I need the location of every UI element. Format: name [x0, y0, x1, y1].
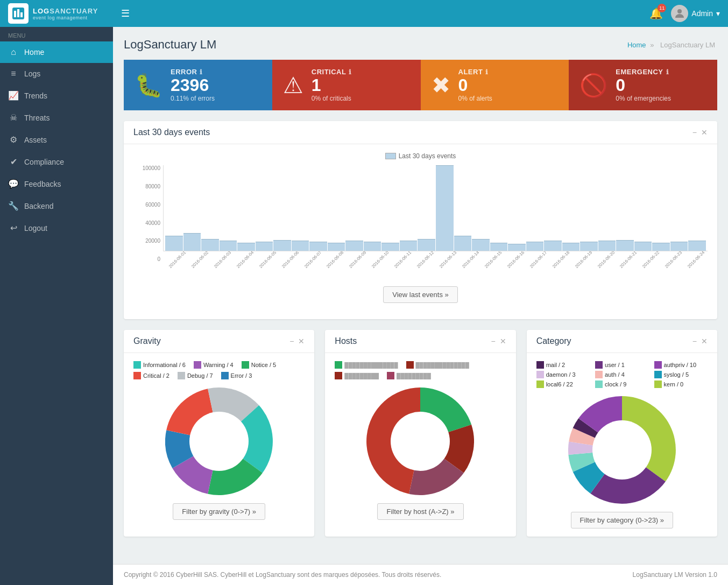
- sidebar-item-label: Compliance: [24, 158, 64, 166]
- hosts-filter-button[interactable]: Filter by host (A->Z) »: [377, 503, 463, 520]
- sidebar-item-home[interactable]: ⌂ Home: [0, 41, 113, 63]
- alert-card-info: ALERT ℹ 0 0% of alerts: [458, 68, 559, 102]
- sidebar-item-trends[interactable]: 📈 Trends: [0, 84, 113, 107]
- chart-wrapper: 0 20000 40000 60000 80000 100000 2016-06…: [133, 165, 708, 278]
- category-filter-btn-container: Filter by category (0->23) »: [536, 512, 708, 528]
- gravity-filter-btn-container: Filter by gravity (0->7) »: [133, 503, 305, 520]
- legend-item-host3: █████████: [335, 372, 379, 379]
- gravity-panel: Gravity − ✕ Informational / 6 Warning / …: [124, 330, 314, 537]
- page-title: LogSanctuary LM: [124, 38, 216, 52]
- sidebar-item-feedbacks[interactable]: 💬 Feedbacks: [0, 173, 113, 195]
- trends-icon: 📈: [8, 90, 19, 101]
- minimize-button[interactable]: −: [692, 128, 697, 137]
- bar-23: [580, 242, 598, 251]
- sidebar-item-compliance[interactable]: ✔ Compliance: [0, 151, 113, 173]
- legend-color-warning: [194, 361, 201, 369]
- gravity-legend: Informational / 6 Warning / 4 Notice / 5…: [133, 361, 305, 379]
- category-filter-button[interactable]: Filter by category (0->23) »: [571, 512, 673, 528]
- stat-card-error[interactable]: 🐛 ERROR ℹ 2396 0.11% of errors: [124, 60, 272, 110]
- legend-color-auth: [595, 371, 603, 378]
- bar-3: [220, 241, 237, 251]
- critical-card-value: 1: [312, 76, 410, 95]
- sidebar-item-label: Backend: [24, 202, 53, 210]
- sidebar-item-label: Threats: [24, 114, 50, 122]
- gravity-minimize-button[interactable]: −: [289, 337, 294, 346]
- gravity-panel-title: Gravity: [133, 336, 161, 346]
- hosts-minimize-button[interactable]: −: [491, 337, 495, 346]
- bar-chart: [163, 165, 708, 251]
- dropdown-arrow: ▾: [716, 9, 720, 18]
- close-button[interactable]: ✕: [701, 128, 708, 137]
- sidebar-item-backend[interactable]: 🔧 Backend: [0, 195, 113, 217]
- view-events-button[interactable]: View last events »: [383, 286, 458, 303]
- panel-controls: − ✕: [692, 128, 708, 137]
- bar-21: [544, 241, 562, 251]
- backend-icon: 🔧: [8, 201, 19, 211]
- category-panel-body: mail / 2 user / 1 authpriv / 10 daemon /…: [527, 353, 717, 537]
- feedbacks-icon: 💬: [8, 179, 19, 189]
- stat-card-alert[interactable]: ✖ ALERT ℹ 0 0% of alerts: [421, 60, 569, 110]
- bar-6: [273, 240, 291, 251]
- legend-label: Last 30 days events: [399, 152, 456, 160]
- sidebar: Menu ⌂ Home ≡ Logs 📈 Trends ☠ Threats ⚙ …: [0, 27, 113, 585]
- bar-11: [364, 242, 381, 251]
- svg-point-7: [592, 420, 652, 480]
- svg-rect-2: [17, 9, 19, 17]
- sidebar-item-logs[interactable]: ≡ Logs: [0, 63, 113, 84]
- user-menu[interactable]: Admin ▾: [671, 5, 720, 22]
- bar-17: [472, 239, 490, 251]
- sidebar-item-label: Feedbacks: [24, 180, 61, 188]
- error-icon: 🐛: [135, 72, 162, 98]
- notifications-bell[interactable]: 🔔 11: [649, 7, 663, 20]
- events-panel: Last 30 days events − ✕ Last 30 days eve…: [124, 121, 717, 319]
- hosts-close-button[interactable]: ✕: [500, 337, 506, 346]
- gravity-close-button[interactable]: ✕: [298, 337, 305, 346]
- avatar: [671, 5, 688, 22]
- breadcrumb-links: Home » LogSanctuary LM: [627, 41, 717, 49]
- sidebar-item-threats[interactable]: ☠ Threats: [0, 107, 113, 129]
- bar-18: [490, 243, 508, 251]
- bar-14: [418, 239, 435, 251]
- footer-copyright: Copyright © 2016 CyberHill SAS. CyberHil…: [124, 571, 441, 579]
- sidebar-item-logout[interactable]: ↩ Logout: [0, 217, 113, 239]
- legend-item-auth: auth / 4: [595, 371, 648, 378]
- notifications-badge: 11: [658, 4, 666, 12]
- legend-color-debug: [178, 372, 185, 379]
- sidebar-item-assets[interactable]: ⚙ Assets: [0, 129, 113, 151]
- sidebar-item-label: Logs: [24, 69, 40, 78]
- gravity-panel-controls: − ✕: [289, 337, 305, 346]
- error-card-sub: 0.11% of errors: [171, 95, 261, 102]
- bar-12: [381, 243, 399, 251]
- bar-16: [454, 236, 472, 251]
- hamburger-button[interactable]: ☰: [121, 8, 130, 19]
- footer-version: LogSanctuary LM Version 1.0: [633, 571, 717, 579]
- hosts-panel-body: ██████████████ ██████████████ █████████ …: [325, 353, 515, 528]
- bar-4: [237, 243, 255, 251]
- category-minimize-button[interactable]: −: [692, 337, 697, 346]
- bar-20: [526, 242, 544, 251]
- gravity-filter-button[interactable]: Filter by gravity (0->7) »: [173, 503, 265, 520]
- category-pie-container: [536, 396, 708, 504]
- hosts-panel: Hosts − ✕ ██████████████ ██████████████: [325, 330, 515, 537]
- footer: Copyright © 2016 CyberHill SAS. CyberHil…: [113, 564, 728, 585]
- legend-item-clock: clock / 9: [595, 380, 648, 388]
- stat-card-critical[interactable]: ⚠ CRITICAL ℹ 1 0% of criticals: [272, 60, 421, 110]
- brand-tagline: event log management: [33, 15, 98, 20]
- error-card-info: ERROR ℹ 2396 0.11% of errors: [171, 68, 261, 102]
- category-panel-header: Category − ✕: [527, 330, 717, 353]
- category-close-button[interactable]: ✕: [701, 337, 708, 346]
- legend-color-host3: [335, 372, 342, 379]
- legend-item-host4: █████████: [387, 372, 431, 379]
- logs-icon: ≡: [8, 69, 19, 79]
- hosts-panel-controls: − ✕: [491, 337, 506, 346]
- breadcrumb-home[interactable]: Home: [627, 41, 646, 49]
- bar-19: [508, 244, 526, 251]
- stat-card-emergency[interactable]: 🚫 EMERGENCY ℹ 0 0% of emergencies: [569, 60, 717, 110]
- bar-0: [165, 236, 183, 251]
- hosts-panel-title: Hosts: [335, 336, 357, 346]
- legend-color-clock: [595, 380, 603, 388]
- bar-10: [345, 241, 363, 251]
- breadcrumb: LogSanctuary LM Home » LogSanctuary LM: [124, 38, 717, 52]
- critical-card-info: CRITICAL ℹ 1 0% of criticals: [312, 68, 410, 102]
- bar-29: [688, 241, 706, 251]
